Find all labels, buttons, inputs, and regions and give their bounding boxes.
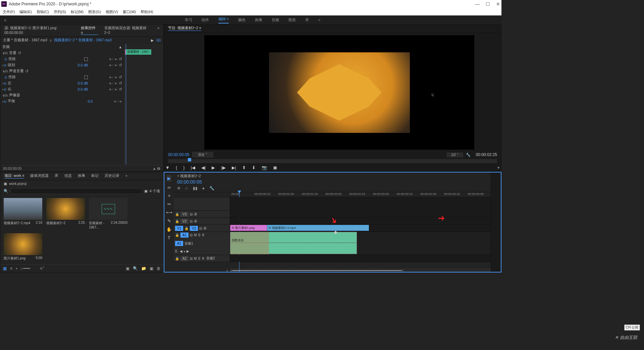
project-item[interactable]: 图片素材1.png5:00 xyxy=(4,233,42,261)
ws-learn[interactable]: 学习 xyxy=(185,17,192,22)
reset-icon[interactable]: ↺ xyxy=(18,51,21,55)
reset-icon[interactable]: ↺ xyxy=(25,69,29,73)
project-item[interactable]: ∿∿∿ 音频素材 - 1967...2:24:25920 xyxy=(89,198,127,229)
ws-editing[interactable]: 编辑 ≡ xyxy=(218,16,229,23)
new-item-icon[interactable]: ▣ xyxy=(150,266,153,271)
sort-icon[interactable]: ≡˅ xyxy=(40,266,45,271)
program-scale-dropdown[interactable]: 1/2 ˅ xyxy=(446,152,463,157)
reset-icon[interactable]: ↺ xyxy=(119,57,122,61)
out-point-icon[interactable]: } xyxy=(183,165,184,170)
reset-icon[interactable]: ↺ xyxy=(119,75,122,80)
panel-overflow[interactable]: » xyxy=(125,173,127,179)
search-input[interactable] xyxy=(10,188,142,194)
reset-icon[interactable]: ↺ xyxy=(119,87,122,92)
goto-out-icon[interactable]: ▶| xyxy=(232,165,236,170)
camera-icon[interactable]: 📷 xyxy=(262,165,267,170)
program-fit-dropdown[interactable]: 适合 ˅ xyxy=(192,152,213,158)
lock-icon[interactable]: 🔒 xyxy=(175,212,179,216)
track-a2-header[interactable]: 🔒A2⊟MS🎙音频2 xyxy=(174,255,230,262)
ws-effects[interactable]: 效果 xyxy=(255,17,262,22)
step-fwd-icon[interactable]: |▶ xyxy=(221,165,225,170)
bypass-checkbox[interactable] xyxy=(84,57,88,61)
tab-source[interactable]: 源: 视频素材2~2: 图片素材1.png: 00:00:00:00 xyxy=(4,26,75,35)
selection-tool-icon[interactable]: ▶ xyxy=(167,175,171,182)
hand-tool-icon[interactable]: ✋ xyxy=(166,227,172,232)
extract-icon[interactable]: ⬇ xyxy=(252,165,256,170)
step-back-icon[interactable]: ◀| xyxy=(201,165,206,170)
program-display[interactable]: ☟ xyxy=(204,35,474,150)
menu-help[interactable]: 帮助(H) xyxy=(141,9,153,14)
track-select-tool-icon[interactable]: ⬄ xyxy=(167,185,171,190)
tab-library[interactable]: 库 xyxy=(55,173,58,179)
ec-right-val[interactable]: 0.0 dB xyxy=(78,87,88,91)
ec-left-val[interactable]: 0.0 dB xyxy=(78,81,88,85)
lift-icon[interactable]: ⬆ xyxy=(242,165,246,170)
ws-audio[interactable]: 音频 xyxy=(272,17,279,22)
menu-view[interactable]: 视图(V) xyxy=(106,9,118,14)
ec-level-val[interactable]: 0.0 dB xyxy=(78,63,88,67)
filter-icon[interactable]: ▣ xyxy=(144,189,148,193)
timeline-zoom-scrollbar[interactable]: ○━━━━━━━━━━━━━━━━━━━━━━━━━━━━━━━━━━━━━━━… xyxy=(230,268,491,272)
wrench-icon[interactable]: 🔧 xyxy=(466,153,471,157)
project-item[interactable]: 视频素材2~22:25 xyxy=(46,198,85,229)
ripple-tool-icon[interactable]: ✧ xyxy=(167,193,171,198)
program-tab[interactable]: 节目: 视频素材2~2 ≡ xyxy=(168,26,201,31)
maximize-icon[interactable]: ☐ xyxy=(486,1,490,7)
track-v1-header[interactable]: V1🔒V1⊟⦿ xyxy=(174,225,230,232)
pen-tool-icon[interactable]: ✎ xyxy=(167,218,171,223)
trash-icon[interactable]: 🗑 xyxy=(157,266,161,271)
marker-icon[interactable]: ▼ xyxy=(165,165,170,170)
tab-project[interactable]: 项目: work ≡ xyxy=(4,173,24,179)
auto-seq-icon[interactable]: ▣ xyxy=(126,266,129,271)
lock-icon[interactable]: 🔒 xyxy=(175,257,179,260)
marker-tl-icon[interactable]: ▮▮ xyxy=(193,186,198,191)
track-v3-header[interactable]: 🔒V3⊟⦿ xyxy=(174,211,230,217)
bypass-checkbox[interactable] xyxy=(84,76,88,79)
audio-fade-transition[interactable] xyxy=(230,232,269,254)
view-freeform-icon[interactable]: ▪ xyxy=(16,266,17,271)
minimize-icon[interactable]: — xyxy=(475,1,480,7)
add-button-icon[interactable]: + xyxy=(497,165,500,170)
track-a2[interactable] xyxy=(230,255,491,262)
tab-effect-controls[interactable]: 效果控件 ≡ xyxy=(81,26,98,35)
stopwatch-icon[interactable]: ⊙ xyxy=(4,57,7,61)
program-tc-left[interactable]: 00:00:00:05 xyxy=(168,152,189,157)
timeline-tc[interactable]: 00:00:00:05 xyxy=(177,179,487,185)
menu-graphics[interactable]: 图形(G) xyxy=(88,9,101,14)
tab-effects[interactable]: 效果 xyxy=(78,173,85,179)
reset-icon[interactable]: ↺ xyxy=(119,63,122,67)
ec-panner[interactable]: 声像器 xyxy=(9,93,20,98)
find-icon[interactable]: 🔍 xyxy=(133,266,138,271)
menu-file[interactable]: 文件(F) xyxy=(3,9,15,14)
slip-tool-icon[interactable]: ⟷ xyxy=(166,210,172,215)
compare-icon[interactable]: ▣ xyxy=(273,165,277,170)
lock-icon[interactable]: 🔒 xyxy=(175,219,179,223)
project-item[interactable]: 视频素材2~2.mp42:18 xyxy=(4,198,42,229)
stopwatch-icon[interactable]: ⊙ xyxy=(4,88,6,91)
type-tool-icon[interactable]: T xyxy=(168,235,170,240)
clip-video[interactable]: fx 视频素材2~2.mp4 xyxy=(267,225,369,231)
clip-audio[interactable]: 指数淡化 xyxy=(230,232,357,254)
ws-assembly[interactable]: 组件 xyxy=(202,17,209,22)
ws-graphics[interactable]: 图形 xyxy=(288,17,296,22)
wrench-tl-icon[interactable]: 🔧 xyxy=(209,186,214,191)
track-v2-header[interactable]: 🔒V2⊟⦿ xyxy=(174,218,230,224)
menu-edit[interactable]: 编辑(E) xyxy=(19,9,32,14)
tab-markers[interactable]: 标记 xyxy=(91,173,99,179)
track-v1[interactable]: fx 图片素材1.png fx 视频素材2~2.mp4 xyxy=(230,225,491,232)
ec-clip-link[interactable]: 视频素材2~2 * 音频素材 - 1967.mp3 xyxy=(54,38,112,43)
close-icon[interactable]: ✕ xyxy=(496,1,500,7)
ws-more[interactable]: » xyxy=(318,18,320,22)
program-scrubber[interactable] xyxy=(168,159,497,163)
breadcrumb[interactable]: work.prproj xyxy=(9,182,26,186)
ec-channel-vol[interactable]: 声道音量 xyxy=(9,69,24,73)
ec-balance-val[interactable]: 0.0 xyxy=(88,99,93,103)
in-point-icon[interactable]: { xyxy=(176,165,177,170)
menu-sequence[interactable]: 序列(S) xyxy=(54,9,66,14)
home-icon[interactable]: ⌂ xyxy=(4,18,6,22)
stopwatch-icon[interactable]: ⊙ xyxy=(4,100,6,103)
stopwatch-icon[interactable]: ⊙ xyxy=(4,82,6,85)
track-a1[interactable]: 指数淡化 ➔ ➔ xyxy=(230,232,491,255)
tab-audio-mixer[interactable]: 音频剪辑混合器: 视频素材2~2 xyxy=(104,26,152,35)
track-v2[interactable] xyxy=(230,218,491,224)
